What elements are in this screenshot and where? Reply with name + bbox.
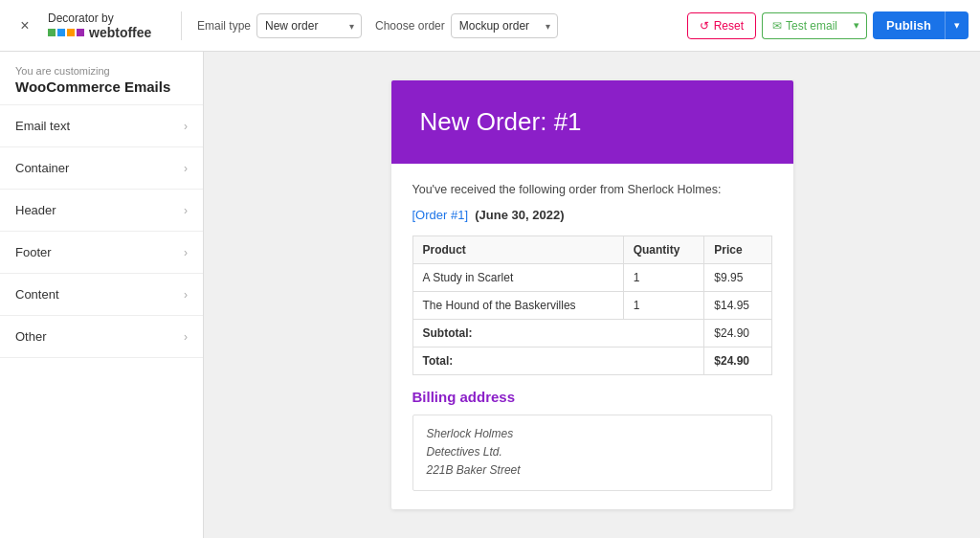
topbar-actions: ↺ Reset ✉ Test email ▾ Publish ▾	[687, 11, 969, 39]
total-row: Total: $24.90	[412, 347, 771, 375]
logo-block-orange	[67, 29, 75, 36]
main-layout: You are customizing WooCommerce Emails E…	[0, 52, 980, 538]
envelope-icon: ✉	[772, 19, 782, 33]
publish-dropdown-button[interactable]: ▾	[945, 11, 969, 39]
product-quantity: 1	[623, 292, 704, 320]
email-type-select[interactable]: New order	[256, 13, 362, 38]
total-label: Total:	[412, 347, 704, 375]
chevron-right-icon: ›	[184, 162, 188, 175]
chevron-right-icon: ›	[184, 288, 188, 302]
product-price: $14.95	[704, 292, 771, 320]
product-name: A Study in Scarlet	[412, 264, 623, 292]
email-header-title: New Order: #1	[420, 107, 765, 137]
order-link[interactable]: [Order #1]	[412, 208, 472, 222]
sidebar-item-email-text[interactable]: Email text ›	[0, 105, 203, 147]
topbar-controls: Email type New order ▾ Choose order Mock…	[197, 13, 678, 38]
sidebar-item-content[interactable]: Content ›	[0, 274, 203, 316]
email-type-field: Email type New order ▾	[197, 13, 362, 38]
logo-block-blue	[57, 29, 65, 36]
email-body: You've received the following order from…	[391, 164, 793, 509]
sidebar-item-other[interactable]: Other ›	[0, 316, 203, 358]
billing-title: Billing address	[412, 389, 772, 405]
brand-logo: webtoffee	[48, 25, 151, 40]
chevron-right-icon: ›	[184, 246, 188, 259]
billing-address-box: Sherlock Holmes Detectives Ltd. 221B Bak…	[412, 415, 772, 491]
table-row: The Hound of the Baskervilles 1 $14.95	[412, 292, 771, 320]
test-email-dropdown-button[interactable]: ▾	[847, 12, 867, 39]
email-type-label: Email type	[197, 19, 251, 33]
sidebar-item-label-footer: Footer	[15, 245, 52, 259]
sidebar-item-footer[interactable]: Footer ›	[0, 232, 203, 274]
content-area: New Order: #1 You've received the follow…	[204, 52, 980, 538]
sidebar-nav: Email text › Container › Header › Footer…	[0, 105, 203, 538]
reset-icon: ↺	[700, 19, 709, 33]
subtotal-value: $24.90	[704, 320, 771, 347]
product-name: The Hound of the Baskervilles	[412, 292, 623, 320]
email-type-select-wrapper: New order ▾	[256, 13, 362, 38]
sidebar-item-label-content: Content	[15, 287, 59, 302]
reset-button[interactable]: ↺ Reset	[687, 12, 756, 39]
brand-name: webtoffee	[89, 25, 151, 40]
logo-block-green	[48, 29, 56, 36]
product-quantity: 1	[623, 264, 704, 292]
choose-order-label: Choose order	[375, 19, 445, 33]
sidebar-item-label-container: Container	[15, 161, 69, 175]
table-header-row: Product Quantity Price	[412, 236, 771, 264]
brand-area: Decorator by webtoffee	[48, 11, 182, 40]
sidebar-item-label-header: Header	[15, 203, 56, 217]
test-email-button[interactable]: ✉ Test email	[762, 12, 847, 39]
billing-address-line1: Sherlock Holmes	[427, 427, 514, 440]
chevron-right-icon: ›	[184, 204, 188, 217]
logo-blocks	[48, 29, 84, 36]
email-header-banner: New Order: #1	[391, 80, 793, 164]
sidebar-item-container[interactable]: Container ›	[0, 147, 203, 190]
billing-address-line2: Detectives Ltd.	[427, 445, 502, 459]
chevron-right-icon: ›	[184, 330, 188, 344]
subtotal-label: Subtotal:	[412, 320, 704, 347]
product-price: $9.95	[704, 264, 771, 292]
brand-title: Decorator by	[48, 11, 114, 25]
publish-group: Publish ▾	[873, 11, 969, 39]
subtotal-row: Subtotal: $24.90	[412, 320, 771, 347]
test-email-group: ✉ Test email ▾	[762, 12, 867, 39]
publish-button[interactable]: Publish	[873, 11, 945, 39]
sidebar-item-header[interactable]: Header ›	[0, 190, 203, 232]
col-price: Price	[704, 236, 771, 264]
order-date: (June 30, 2022)	[475, 208, 564, 222]
choose-order-select-wrapper: Mockup order ▾	[451, 13, 558, 38]
sidebar-title: WooCommerce Emails	[15, 78, 188, 95]
sidebar-item-label-other: Other	[15, 329, 47, 344]
col-quantity: Quantity	[623, 236, 704, 264]
sidebar: You are customizing WooCommerce Emails E…	[0, 52, 204, 538]
billing-address-line3: 221B Baker Street	[427, 463, 521, 477]
total-value: $24.90	[704, 347, 771, 375]
col-product: Product	[412, 236, 623, 264]
choose-order-field: Choose order Mockup order ▾	[375, 13, 558, 38]
publish-label: Publish	[886, 18, 931, 33]
close-button[interactable]: ×	[11, 12, 38, 39]
email-intro-text: You've received the following order from…	[412, 183, 772, 196]
order-table: Product Quantity Price A Study in Scarle…	[412, 235, 772, 375]
table-row: A Study in Scarlet 1 $9.95	[412, 264, 771, 292]
sidebar-header: You are customizing WooCommerce Emails	[0, 52, 203, 105]
publish-chevron-icon: ▾	[954, 19, 960, 31]
email-preview: New Order: #1 You've received the follow…	[391, 80, 793, 509]
chevron-right-icon: ›	[184, 120, 188, 133]
billing-section: Billing address Sherlock Holmes Detectiv…	[412, 389, 772, 491]
email-order-link-line: [Order #1] (June 30, 2022)	[412, 208, 772, 222]
test-email-label: Test email	[786, 19, 837, 33]
topbar: × Decorator by webtoffee Email type New …	[0, 0, 980, 52]
choose-order-select[interactable]: Mockup order	[451, 13, 558, 38]
sidebar-item-label-email-text: Email text	[15, 119, 70, 133]
reset-label: Reset	[714, 19, 744, 33]
sidebar-customizing-label: You are customizing	[15, 65, 188, 77]
test-email-chevron-icon: ▾	[854, 19, 859, 31]
logo-block-purple	[77, 29, 84, 36]
